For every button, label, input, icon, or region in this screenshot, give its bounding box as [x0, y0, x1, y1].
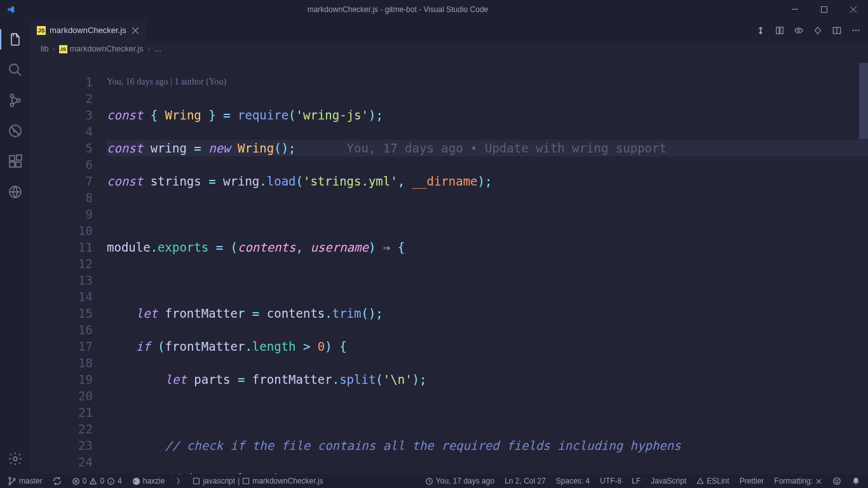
- svg-point-21: [9, 483, 11, 485]
- svg-rect-13: [776, 27, 779, 34]
- svg-point-19: [858, 29, 859, 30]
- js-file-icon: JS: [59, 45, 67, 53]
- source-control-icon[interactable]: [0, 85, 31, 116]
- live-share-status[interactable]: haxzie: [130, 474, 168, 488]
- settings-gear-icon[interactable]: [0, 444, 31, 474]
- svg-point-2: [10, 64, 18, 73]
- svg-point-3: [11, 95, 14, 98]
- svg-rect-1: [821, 7, 827, 13]
- extensions-icon[interactable]: [0, 146, 31, 177]
- svg-rect-0: [792, 9, 798, 10]
- codelens[interactable]: You, 16 days ago | 1 author (You): [107, 74, 868, 90]
- svg-point-4: [11, 104, 14, 107]
- svg-rect-9: [16, 162, 21, 167]
- notifications-icon[interactable]: [849, 474, 863, 488]
- breadcrumb[interactable]: lib › JS markdownChecker.js › …: [31, 41, 868, 57]
- svg-rect-10: [17, 155, 22, 160]
- gitlens-eye-icon[interactable]: [794, 26, 803, 35]
- svg-rect-25: [194, 478, 200, 484]
- more-actions-icon[interactable]: [851, 26, 860, 35]
- editor-scrollbar[interactable]: [859, 57, 868, 474]
- tab-markdownchecker[interactable]: JS markdownChecker.js: [31, 19, 147, 41]
- cursor-position[interactable]: Ln 2, Col 27: [502, 474, 548, 488]
- explorer-icon[interactable]: [0, 24, 31, 55]
- debug-icon[interactable]: [0, 116, 31, 146]
- svg-rect-8: [10, 162, 15, 167]
- close-button[interactable]: [839, 0, 868, 19]
- svg-point-15: [797, 29, 800, 32]
- svg-point-28: [834, 478, 841, 485]
- live-share-icon[interactable]: [0, 177, 31, 207]
- prettier-status[interactable]: Prettier: [737, 474, 767, 488]
- sync-button[interactable]: [50, 474, 64, 488]
- code-editor[interactable]: 123456789101112131415161718192021222324 …: [31, 57, 868, 474]
- svg-rect-26: [243, 478, 249, 484]
- vscode-icon: [6, 5, 15, 14]
- svg-rect-7: [10, 156, 15, 161]
- maximize-button[interactable]: [810, 0, 839, 19]
- eol[interactable]: LF: [629, 474, 643, 488]
- line-gutter: 123456789101112131415161718192021222324: [31, 57, 107, 474]
- svg-point-20: [9, 477, 11, 479]
- inline-blame: You, 17 days ago • Update with wring sup…: [347, 141, 667, 155]
- debug-config[interactable]: javascript | markdownChecker.js: [190, 474, 325, 488]
- minimize-button[interactable]: [780, 0, 810, 19]
- js-file-icon: JS: [37, 26, 46, 35]
- gitlens-diamond-icon[interactable]: [813, 26, 822, 35]
- git-branch[interactable]: master: [5, 474, 45, 488]
- svg-rect-14: [780, 27, 783, 34]
- encoding[interactable]: UTF-8: [597, 474, 624, 488]
- gitlens-compare-icon[interactable]: [756, 26, 765, 35]
- svg-point-12: [13, 457, 17, 461]
- search-icon[interactable]: [0, 55, 31, 85]
- debug-launch[interactable]: [172, 474, 185, 488]
- indentation[interactable]: Spaces: 4: [553, 474, 592, 488]
- window-title: markdownChecker.js - gitme-bot - Visual …: [308, 5, 489, 14]
- eslint-status[interactable]: ESLint: [694, 474, 731, 488]
- tab-close-icon[interactable]: [130, 25, 140, 36]
- problems-status[interactable]: 0 0 4: [69, 474, 125, 488]
- language-mode[interactable]: JavaScript: [648, 474, 689, 488]
- split-editor-icon[interactable]: [832, 26, 841, 35]
- tab-label: markdownChecker.js: [50, 25, 126, 35]
- svg-point-17: [852, 29, 853, 30]
- svg-point-22: [13, 478, 15, 480]
- gitlens-toggle-icon[interactable]: [775, 26, 784, 35]
- svg-point-30: [837, 480, 838, 480]
- feedback-icon[interactable]: [830, 474, 844, 488]
- gitlens-blame-status[interactable]: You, 17 days ago: [423, 474, 497, 488]
- svg-point-18: [855, 29, 857, 30]
- svg-point-29: [836, 480, 836, 480]
- formatting-status[interactable]: Formatting:: [771, 474, 825, 488]
